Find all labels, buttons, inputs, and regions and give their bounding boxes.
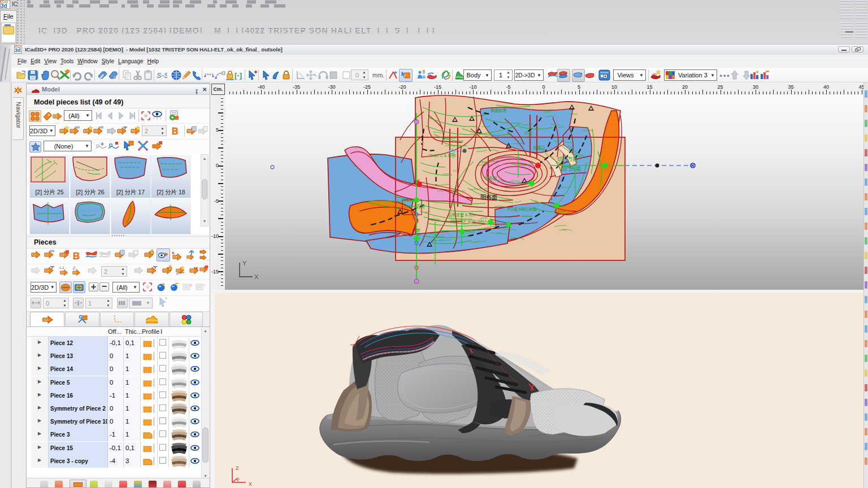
svg-text:70-80°C 8-12秒: 70-80°C 8-12秒 (428, 153, 456, 158)
svg-text:S-S: S-S (157, 71, 167, 80)
svg-text:...: ... (206, 257, 210, 261)
svg-text:Y: Y (242, 260, 247, 267)
svg-text:Z: Z (236, 465, 239, 471)
svg-text:明布面: 明布面 (480, 194, 497, 201)
svg-text:合缝口: 合缝口 (533, 145, 545, 150)
svg-text:切门万能: 切门万能 (561, 165, 581, 172)
svg-text:P.U液,5号红树脂: P.U液,5号红树脂 (507, 207, 537, 212)
svg-text:合缝: 合缝 (415, 228, 420, 236)
svg-text:15mm边距: 15mm边距 (403, 203, 425, 209)
svg-text:Y: Y (236, 477, 240, 483)
svg-text:TRISTEP SON HALI: TRISTEP SON HALI (450, 219, 486, 223)
svg-text:灯影: 灯影 (524, 130, 532, 136)
svg-text:1,2..: 1,2.. (59, 266, 66, 269)
svg-text:[-]: [-] (235, 71, 242, 80)
svg-text:切门万能: 切门万能 (557, 156, 578, 162)
svg-text:x: x (196, 265, 198, 271)
svg-text:表面处理: 表面处理 (491, 108, 506, 113)
svg-text:x: x (172, 250, 175, 255)
svg-text:B: B (73, 251, 80, 261)
svg-text:B: B (172, 127, 179, 136)
svg-text:后帮定型 8-12s: 后帮定型 8-12s (448, 212, 475, 217)
svg-text:X: X (254, 273, 259, 280)
svg-text:纽布面: 纽布面 (485, 176, 497, 181)
svg-text:X: X (249, 481, 252, 487)
